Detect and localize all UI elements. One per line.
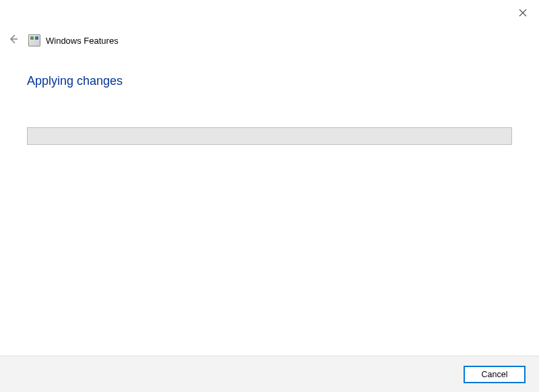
window-title: Windows Features [46, 36, 119, 46]
content-area: Applying changes [0, 54, 539, 145]
header-row: Windows Features [0, 27, 539, 54]
back-button [4, 31, 23, 50]
page-heading: Applying changes [27, 74, 512, 88]
cancel-button[interactable]: Cancel [464, 366, 526, 383]
close-button[interactable] [512, 3, 534, 24]
app-icon [28, 34, 40, 46]
close-icon [519, 7, 527, 20]
titlebar [0, 0, 539, 27]
progress-bar [27, 127, 512, 145]
arrow-left-icon [8, 34, 19, 47]
footer: Cancel [0, 356, 539, 392]
